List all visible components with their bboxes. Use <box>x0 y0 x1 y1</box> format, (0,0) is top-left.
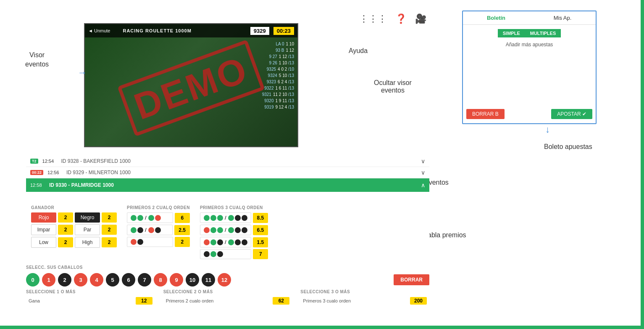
odds-high: 2 <box>102 237 117 247</box>
horses-row: 0 1 2 3 4 5 6 7 8 9 10 11 12 BORRAR <box>26 273 429 287</box>
circle <box>204 251 210 257</box>
toggle-multiples[interactable]: MULTIPLES <box>525 29 561 37</box>
odds-p3-2: 6.5 <box>253 225 268 235</box>
sel-label-3: Primeros 3 cualo orden <box>303 298 351 303</box>
primeros2-title: PRIMEROS 2 CUALQ ORDEN <box>127 205 190 210</box>
video-player: ◄ Unmute RACING ROULETTE 1000M 9329 00:2… <box>84 23 298 147</box>
sel-label-1: Gana <box>29 298 40 303</box>
primeros3-row-2: / 6.5 <box>200 225 268 235</box>
unmute-button[interactable]: ◄ Unmute <box>88 28 110 33</box>
tab-boletin[interactable]: Boletín <box>463 11 529 24</box>
slash: / <box>225 227 226 233</box>
primeros3-btn-4[interactable] <box>200 249 251 259</box>
toggle-simple[interactable]: SIMPLE <box>498 29 525 37</box>
horse-10[interactable]: 10 <box>186 273 199 287</box>
apostar-button[interactable]: APOSTAR ✔ <box>551 109 592 119</box>
tabla-premios-label: Tabla premios <box>424 231 466 239</box>
boleto-apuestas-label: Boleto apuestas <box>544 143 592 151</box>
circle <box>131 215 137 221</box>
circle <box>228 239 234 245</box>
horse-11[interactable]: 11 <box>202 273 215 287</box>
primeros3-btn-1[interactable]: / <box>200 212 251 223</box>
event-chevron-3: ∧ <box>421 182 425 188</box>
bet-par[interactable]: Par <box>75 224 100 235</box>
bet-impar[interactable]: Impar <box>31 224 56 235</box>
horse-5[interactable]: 5 <box>106 273 119 287</box>
event-row[interactable]: T2 12:54 ID 9328 - BAKERSFIELD 1000 ∨ <box>26 156 429 167</box>
race-table: LA 0 1 10 93 B 1 12 9 27 1 12 /13 9 26 1… <box>258 41 294 110</box>
horse-8[interactable]: 8 <box>154 273 167 287</box>
circle <box>242 239 247 245</box>
sel-title-1: SELECCIONE 1 O MÁS <box>26 289 155 294</box>
circle <box>242 227 247 233</box>
sel-title-3: SELECCIONE 3 O MÁS <box>300 289 429 294</box>
events-section: T2 12:54 ID 9328 - BAKERSFIELD 1000 ∨ 00… <box>26 156 429 192</box>
circle <box>217 227 223 233</box>
circle <box>210 239 216 245</box>
horse-2[interactable]: 2 <box>58 273 71 287</box>
circle <box>148 215 154 221</box>
event-chevron-1: ∨ <box>421 158 425 164</box>
sel-col-3: SELECCIONE 3 O MÁS Primeros 3 cualo orde… <box>300 289 429 306</box>
circle <box>217 239 223 245</box>
timer-badge: 00:23 <box>273 27 294 35</box>
selection-summary: SELECCIONE 1 O MÁS Gana 12 SELECCIONE 2 … <box>26 289 429 306</box>
tab-mis-apuestas[interactable]: Mis Ap. <box>529 11 596 24</box>
visor-arrow: → <box>78 67 87 78</box>
horse-0[interactable]: 0 <box>26 273 39 287</box>
odds-p2-3: 2 <box>175 237 190 247</box>
event-row-active[interactable]: 12:58 ID 9330 - PALMRIDGE 1000 ∧ <box>26 178 429 192</box>
sel-row-2: Primeros 2 cualo orden 62 <box>163 296 292 306</box>
sel-col-1: SELECCIONE 1 O MÁS Gana 12 <box>26 289 155 306</box>
circle <box>235 239 241 245</box>
camera-icon[interactable]: 🎥 <box>415 13 426 24</box>
right-sidebar-bar <box>641 0 644 329</box>
bet-negro[interactable]: Negro <box>75 212 100 223</box>
boleto-footer: BORRAR B APOSTAR ✔ <box>466 109 592 119</box>
odds-p3-4: 7 <box>253 249 268 259</box>
primeros3-title: PRIMEROS 3 CUALQ ORDEN <box>200 205 268 210</box>
primeros2-btn-1[interactable]: / <box>127 212 173 223</box>
game-title: RACING ROULETTE 1000M <box>123 28 191 33</box>
horse-4[interactable]: 4 <box>90 273 103 287</box>
grid-icon[interactable]: ⋮⋮⋮ <box>359 13 387 24</box>
slash: / <box>225 215 226 221</box>
circle <box>155 215 161 221</box>
horse-7[interactable]: 7 <box>138 273 151 287</box>
borrar-button[interactable]: BORRAR B <box>466 109 505 119</box>
primeros3-btn-2[interactable]: / <box>200 225 251 235</box>
odds-low: 2 <box>58 237 73 247</box>
primeros3-row-4: 7 <box>200 249 268 259</box>
event-row[interactable]: 00:22 12:56 ID 9329 - MILNERTON 1000 ∨ <box>26 167 429 178</box>
horse-9[interactable]: 9 <box>170 273 183 287</box>
selection-grid: SELECCIONE 1 O MÁS Gana 12 SELECCIONE 2 … <box>26 289 429 306</box>
bet-high[interactable]: High <box>75 237 100 248</box>
circle <box>204 215 210 221</box>
help-icon[interactable]: ❓ <box>395 13 407 24</box>
odds-impar: 2 <box>58 225 73 235</box>
bet-low[interactable]: Low <box>31 237 56 248</box>
primeros2-btn-2[interactable]: / <box>127 225 173 235</box>
horse-1[interactable]: 1 <box>42 273 55 287</box>
ganador-buttons: Rojo 2 Negro 2 Impar 2 Par 2 Low <box>31 212 117 248</box>
circle <box>210 215 216 221</box>
borrar-horses-button[interactable]: BORRAR <box>394 274 429 285</box>
horse-6[interactable]: 6 <box>122 273 135 287</box>
primeros3-btn-3[interactable]: / <box>200 237 251 247</box>
event-badge-1: T2 <box>30 159 38 164</box>
circle <box>131 227 137 233</box>
slash: / <box>145 227 147 233</box>
bet-rojo[interactable]: Rojo <box>31 212 56 223</box>
sel-title-2: SELECCIONE 2 O MÁS <box>163 289 292 294</box>
horse-3[interactable]: 3 <box>74 273 87 287</box>
event-name-2: ID 9329 - MILNERTON 1000 <box>66 170 417 175</box>
ayuda-label: Ayuda <box>349 47 368 55</box>
primeros2-btn-3[interactable] <box>127 237 173 247</box>
circle <box>155 227 161 233</box>
primeros3-section: PRIMEROS 3 CUALQ ORDEN / 8.5 <box>200 205 268 261</box>
main-container: ◄ Unmute RACING ROULETTE 1000M 9329 00:2… <box>0 0 644 329</box>
circle <box>235 227 241 233</box>
sel-row-1: Gana 12 <box>26 296 155 306</box>
horse-12[interactable]: 12 <box>218 273 231 287</box>
boleto-arrow: ↓ <box>545 124 550 135</box>
